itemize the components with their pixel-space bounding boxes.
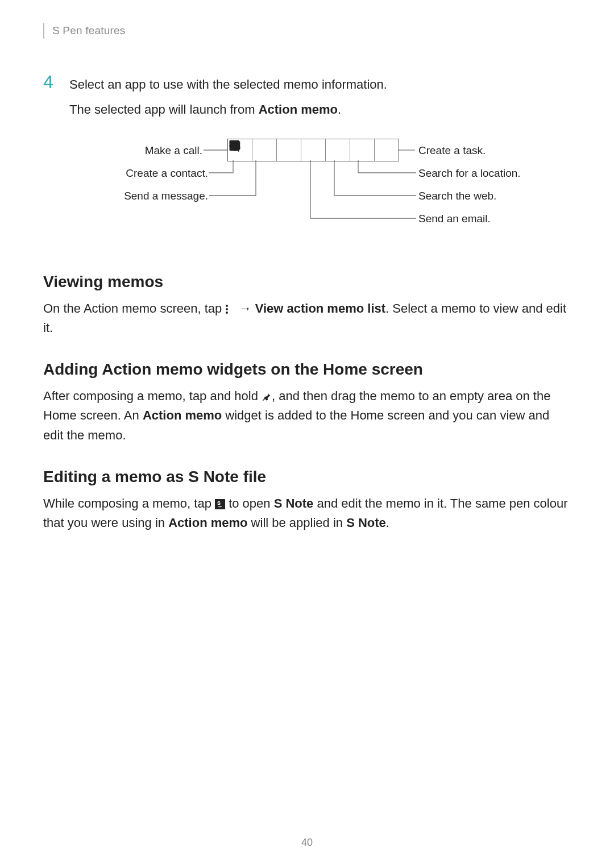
svg-point-6 [226,305,228,307]
step-line-2: The selected app will launch from Action… [69,100,387,119]
page-number: 40 [0,837,614,849]
chapter-title: S Pen features [52,24,126,37]
svg-point-7 [226,308,228,310]
svg-point-8 [226,312,228,314]
step-4: 4 Select an app to use with the selected… [43,73,571,119]
label-create-contact: Create a contact. [91,167,208,180]
action-icon-row [227,139,399,161]
at-icon [301,139,326,161]
heading-editing-snote: Editing a memo as S Note file [43,468,571,486]
step-text: Select an app to use with the selected m… [69,73,387,119]
page-header: S Pen features [43,23,571,39]
label-search-location: Search for a location. [418,167,521,180]
para-adding-widgets: After composing a memo, tap and hold , a… [43,387,571,445]
para-viewing-memos: On the Action memo screen, tap → View ac… [43,299,571,338]
web-icon [326,139,350,161]
heading-adding-widgets: Adding Action memo widgets on the Home s… [43,360,571,379]
label-create-task: Create a task. [418,144,486,157]
snote-icon: S [215,499,225,509]
pin-icon [262,392,272,402]
header-mark-icon [43,23,44,39]
label-search-web: Search the web. [418,190,496,202]
para-editing-snote: While composing a memo, tap S to open S … [43,494,571,533]
more-options-icon [225,304,235,314]
contact-icon [252,139,277,161]
location-icon [350,139,375,161]
message-icon [277,139,301,161]
step-number: 4 [43,73,69,119]
label-send-message: Send a message. [91,190,208,202]
label-send-email: Send an email. [418,213,491,225]
svg-text:S: S [217,500,221,506]
step-line-1: Select an app to use with the selected m… [69,75,387,94]
heading-viewing-memos: Viewing memos [43,273,571,291]
label-make-call: Make a call. [91,144,202,157]
task-icon [375,139,399,161]
action-memo-diagram: Make a call. Create a contact. Send a me… [91,136,523,250]
